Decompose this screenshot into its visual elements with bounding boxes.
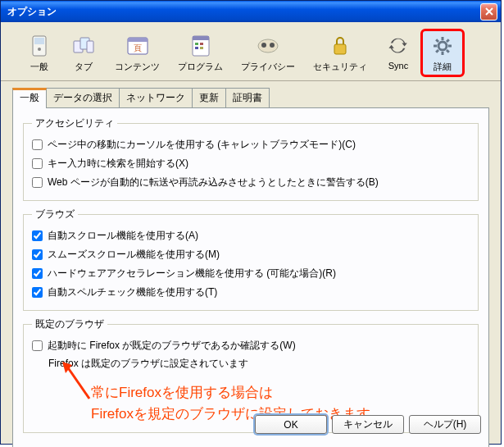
svg-point-2	[38, 48, 41, 51]
toolbar-tabs[interactable]: タブ	[61, 29, 106, 77]
check-label[interactable]: ページ中の移動にカーソルを使用する (キャレットブラウズモード)(C)	[48, 138, 356, 152]
check-label[interactable]: ハードウェアアクセラレーション機能を使用する (可能な場合)(R)	[48, 267, 336, 281]
svg-point-19	[438, 42, 447, 50]
sync-icon	[385, 33, 411, 59]
check-hwaccel[interactable]	[32, 268, 43, 279]
tab-network[interactable]: ネットワーク	[119, 88, 193, 107]
group-legend: ブラウズ	[32, 208, 78, 221]
svg-rect-13	[195, 47, 198, 49]
check-label[interactable]: 自動スペルチェック機能を使用する(T)	[48, 285, 217, 299]
titlebar: オプション	[1, 1, 501, 22]
svg-line-25	[447, 50, 449, 52]
tab-panel-general: アクセシビリティ ページ中の移動にカーソルを使用する (キャレットブラウズモード…	[12, 107, 489, 447]
close-button[interactable]	[480, 3, 497, 21]
group-legend: アクセシビリティ	[32, 116, 117, 130]
check-type-search[interactable]	[32, 158, 43, 169]
toolbar-privacy[interactable]: プライバシー	[232, 29, 304, 77]
group-browse: ブラウズ 自動スクロール機能を使用する(A) スムーズスクロール機能を使用する(…	[23, 208, 479, 311]
toolbar-label: プログラム	[178, 61, 223, 73]
tab-data-choice[interactable]: データの選択	[46, 88, 120, 107]
check-label[interactable]: 起動時に Firefox が既定のブラウザであるか確認する(W)	[48, 339, 296, 353]
svg-rect-7	[128, 38, 148, 42]
programs-icon	[188, 33, 214, 59]
window-title: オプション	[7, 5, 480, 19]
toolbar-general[interactable]: 一般	[17, 29, 61, 77]
gear-icon	[429, 33, 456, 59]
check-spellcheck[interactable]	[32, 287, 43, 298]
toolbar-content[interactable]: 頁 コンテンツ	[106, 29, 169, 77]
check-label[interactable]: キー入力時に検索を開始する(X)	[48, 157, 188, 171]
svg-text:頁: 頁	[134, 43, 142, 52]
svg-point-15	[258, 39, 278, 52]
tabs-icon	[70, 33, 97, 59]
svg-rect-14	[200, 47, 203, 49]
group-legend: 既定のブラウザ	[32, 317, 107, 331]
check-caret-browse[interactable]	[32, 139, 43, 150]
help-button[interactable]: ヘルプ(H)	[409, 415, 481, 434]
toolbar-label: セキュリティ	[313, 61, 367, 73]
toolbar-label: 詳細	[434, 61, 452, 73]
check-label[interactable]: 自動スクロール機能を使用する(A)	[48, 229, 198, 243]
toolbar-label: プライバシー	[241, 61, 295, 73]
lock-icon	[327, 33, 353, 59]
general-icon	[26, 33, 52, 59]
svg-point-17	[270, 43, 275, 48]
close-icon	[485, 7, 493, 16]
dialog-buttons: OK キャンセル ヘルプ(H)	[255, 415, 481, 434]
tab-certificates[interactable]: 証明書	[225, 88, 270, 107]
svg-point-16	[261, 43, 266, 48]
toolbar-security[interactable]: セキュリティ	[304, 29, 376, 77]
toolbar-advanced[interactable]: 詳細	[420, 29, 465, 77]
svg-rect-1	[34, 38, 44, 44]
check-warn-redirect[interactable]	[32, 177, 43, 188]
check-autoscroll[interactable]	[32, 230, 43, 241]
content-icon: 頁	[125, 33, 151, 59]
check-smoothscroll[interactable]	[32, 249, 43, 260]
check-label[interactable]: Web ページが自動的に転送や再読み込みさせようとしたときに警告する(B)	[48, 176, 379, 189]
tab-general[interactable]: 一般	[12, 88, 47, 108]
group-accessibility: アクセシビリティ ページ中の移動にカーソルを使用する (キャレットブラウズモード…	[23, 116, 479, 201]
toolbar-label: タブ	[75, 61, 93, 73]
options-window: オプション 一般 タブ 頁 コンテンツ プログラム プライバシー セキュリティ	[0, 0, 502, 445]
toolbar-label: Sync	[388, 61, 408, 71]
svg-line-24	[436, 39, 438, 42]
toolbar-programs[interactable]: プログラム	[169, 29, 232, 77]
check-label[interactable]: スムーズスクロール機能を使用する(M)	[48, 248, 220, 262]
toolbar-label: コンテンツ	[115, 61, 160, 73]
svg-rect-12	[200, 43, 203, 45]
svg-rect-5	[87, 41, 93, 52]
category-toolbar: 一般 タブ 頁 コンテンツ プログラム プライバシー セキュリティ Sync 詳	[1, 22, 501, 81]
toolbar-label: 一般	[30, 61, 48, 73]
ok-button[interactable]: OK	[255, 415, 327, 434]
subtabs: 一般 データの選択 ネットワーク 更新 証明書	[1, 81, 501, 107]
tab-update[interactable]: 更新	[192, 88, 226, 107]
svg-rect-18	[334, 44, 346, 54]
toolbar-sync[interactable]: Sync	[376, 29, 420, 77]
svg-line-28	[67, 367, 89, 399]
svg-line-27	[447, 39, 449, 42]
svg-line-26	[436, 50, 438, 52]
svg-rect-10	[193, 36, 209, 40]
default-browser-status: Firefox は既定のブラウザに設定されています	[48, 355, 470, 372]
privacy-icon	[255, 33, 281, 59]
check-default-browser[interactable]	[32, 340, 43, 351]
cancel-button[interactable]: キャンセル	[332, 415, 404, 434]
svg-rect-11	[195, 43, 198, 45]
arrow-icon	[61, 362, 93, 403]
annotation-line1: 常にFirefoxを使用する場合は	[91, 382, 470, 404]
